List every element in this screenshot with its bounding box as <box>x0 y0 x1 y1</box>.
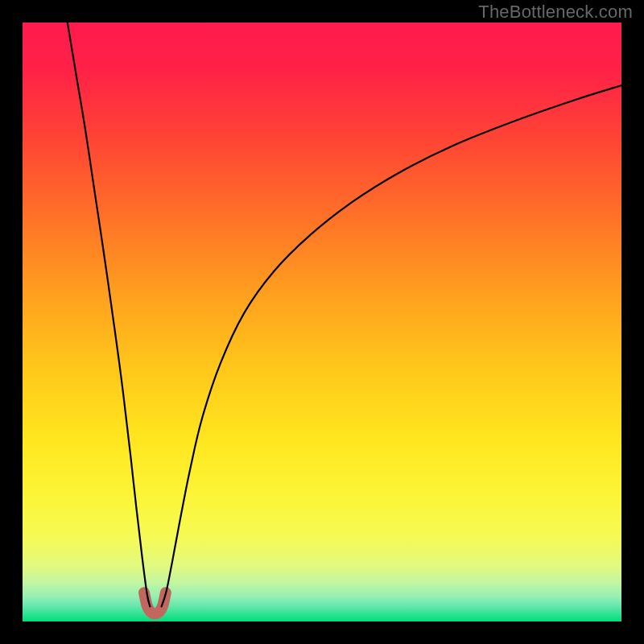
bottleneck-plot <box>23 23 621 621</box>
watermark-text: TheBottleneck.com <box>478 2 633 23</box>
chart-stage: TheBottleneck.com <box>0 0 644 644</box>
plot-background <box>23 23 621 621</box>
